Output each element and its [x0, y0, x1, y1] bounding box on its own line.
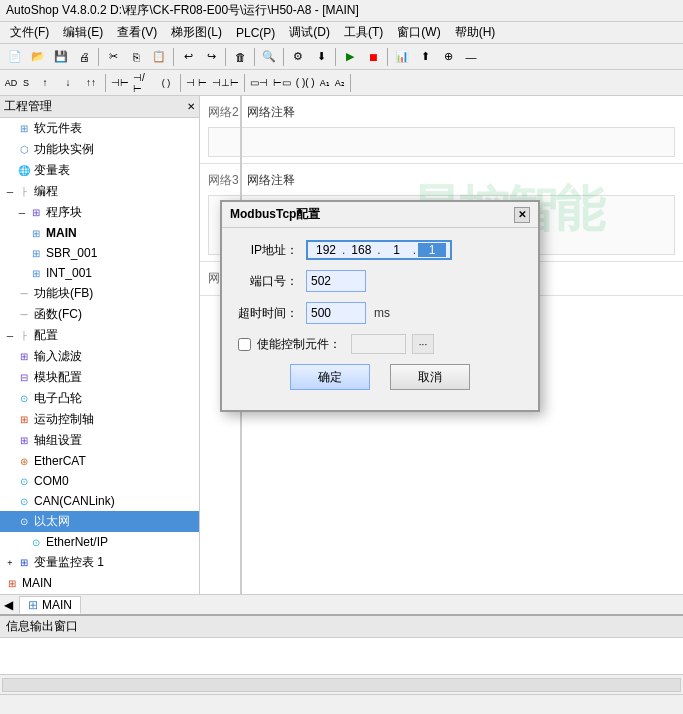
output-content: [0, 638, 683, 674]
sidebar-item-sbr001[interactable]: ⊞ SBR_001: [0, 243, 199, 263]
horizontal-scrollbar[interactable]: [2, 678, 681, 692]
sidebar-close[interactable]: ✕: [187, 101, 195, 112]
sidebar-item-motion-axis[interactable]: ⊞ 运动控制轴: [0, 409, 199, 430]
ip-seg-4[interactable]: [418, 243, 446, 257]
ip-seg-3[interactable]: [383, 243, 411, 257]
toolbar2-rail1[interactable]: ⊣ ⊢: [184, 77, 209, 88]
sidebar-item-fb[interactable]: ─ 功能块(FB): [0, 283, 199, 304]
toolbar2-ar[interactable]: A₂: [333, 78, 347, 88]
sidebar-item-element-usage[interactable]: ⊞ 交叉引用表: [0, 593, 199, 594]
port-row: 端口号：: [238, 270, 522, 292]
title-bar: AutoShop V4.8.0.2 D:\程序\CK-FR08-E00号\运行\…: [0, 0, 683, 22]
enable-checkbox[interactable]: [238, 338, 251, 351]
toolbar-delete[interactable]: 🗑: [229, 46, 251, 68]
sidebar-item-int001[interactable]: ⊞ INT_001: [0, 263, 199, 283]
toolbar2-contact-nc[interactable]: ⊣/⊢: [132, 72, 154, 94]
menu-file[interactable]: 文件(F): [4, 22, 55, 43]
fb-icon: ─: [16, 286, 32, 302]
toolbar-cut[interactable]: ✂: [102, 46, 124, 68]
sidebar-item-com0[interactable]: ⊙ COM0: [0, 471, 199, 491]
ip-seg-2[interactable]: [347, 243, 375, 257]
sidebar-item-programming[interactable]: ─ ├ 编程: [0, 181, 199, 202]
toolbar-undo[interactable]: ↩: [177, 46, 199, 68]
expand-var-monitor[interactable]: +: [4, 557, 16, 569]
toolbar2-box2[interactable]: ⊢▭: [271, 77, 293, 88]
toolbar2-box3[interactable]: ( )( ): [294, 77, 317, 88]
expand-config[interactable]: ─: [4, 330, 16, 342]
toolbar-compile[interactable]: ⚙: [287, 46, 309, 68]
menu-edit[interactable]: 编辑(E): [57, 22, 109, 43]
menu-help[interactable]: 帮助(H): [449, 22, 502, 43]
sidebar-item-main[interactable]: ⊞ MAIN: [0, 223, 199, 243]
menu-window[interactable]: 窗口(W): [391, 22, 446, 43]
toolbar-stop[interactable]: ⏹: [362, 46, 384, 68]
toolbar-print[interactable]: 🖨: [73, 46, 95, 68]
toolbar-upload[interactable]: ⬆: [414, 46, 436, 68]
sidebar-item-config[interactable]: ─ ├ 配置: [0, 325, 199, 346]
port-input[interactable]: [306, 270, 366, 292]
toolbar2-al[interactable]: A₁: [318, 78, 332, 88]
sidebar-item-ethernet-ip[interactable]: ⊙ EtherNet/IP: [0, 532, 199, 552]
ip-seg-1[interactable]: [312, 243, 340, 257]
toolbar2-btn2[interactable]: S: [19, 72, 33, 94]
sep5: [283, 48, 284, 66]
sidebar-item-fb-instances[interactable]: ⬡ 功能块实例: [0, 139, 199, 160]
ip-input-group[interactable]: . . .: [306, 240, 452, 260]
toolbar-monitor[interactable]: 📊: [391, 46, 413, 68]
toolbar-search[interactable]: 🔍: [258, 46, 280, 68]
toolbar2-contact-no[interactable]: ⊣⊢: [109, 72, 131, 94]
sidebar-item-var-monitor[interactable]: + ⊞ 变量监控表 1: [0, 552, 199, 573]
sidebar-item-module-config[interactable]: ⊟ 模块配置: [0, 367, 199, 388]
filter-icon: ⊞: [16, 349, 32, 365]
dialog-close-btn[interactable]: ✕: [514, 207, 530, 223]
sidebar-item-fc[interactable]: ─ 函数(FC): [0, 304, 199, 325]
toolbar2-rail2[interactable]: ⊣⊥⊢: [210, 77, 241, 88]
dialog-ok-btn[interactable]: 确定: [290, 364, 370, 390]
toolbar-new[interactable]: 📄: [4, 46, 26, 68]
enable-input[interactable]: [351, 334, 406, 354]
dialog-cancel-btn[interactable]: 取消: [390, 364, 470, 390]
toolbar-download[interactable]: ⬇: [310, 46, 332, 68]
tab-scroll-left[interactable]: ◀: [4, 598, 13, 612]
menu-view[interactable]: 查看(V): [111, 22, 163, 43]
timeout-input[interactable]: [306, 302, 366, 324]
sidebar-item-var-table[interactable]: 🌐 变量表: [0, 160, 199, 181]
sidebar-item-cross-ref[interactable]: ⊞ MAIN: [0, 573, 199, 593]
toolbar-open[interactable]: 📂: [27, 46, 49, 68]
sidebar-item-ecam[interactable]: ⊙ 电子凸轮: [0, 388, 199, 409]
sidebar-item-can[interactable]: ⊙ CAN(CANLink): [0, 491, 199, 511]
expand-program-blocks[interactable]: ─: [16, 207, 28, 219]
sep7: [387, 48, 388, 66]
toolbar-redo[interactable]: ↪: [200, 46, 222, 68]
sidebar-item-ethercat[interactable]: ⊛ EtherCAT: [0, 451, 199, 471]
tab-main[interactable]: ⊞ MAIN: [19, 596, 81, 614]
network-2-body[interactable]: [208, 127, 675, 157]
sidebar-item-input-filter[interactable]: ⊞ 输入滤波: [0, 346, 199, 367]
menu-plc[interactable]: PLC(P): [230, 24, 281, 42]
toolbar-save[interactable]: 💾: [50, 46, 72, 68]
menu-ladder[interactable]: 梯形图(L): [165, 22, 228, 43]
output-pane: 信息输出窗口: [0, 614, 683, 674]
toolbar2-btn1[interactable]: AD: [4, 72, 18, 94]
toolbar-more2[interactable]: —: [460, 46, 482, 68]
menu-debug[interactable]: 调试(D): [283, 22, 336, 43]
sidebar-item-axis-settings[interactable]: ⊞ 轴组设置: [0, 430, 199, 451]
toolbar-copy[interactable]: ⎘: [125, 46, 147, 68]
sidebar-item-program-blocks[interactable]: ─ ⊞ 程序块: [0, 202, 199, 223]
toolbar2-coil[interactable]: ( ): [155, 72, 177, 94]
toolbar2-btn4[interactable]: ↓: [57, 72, 79, 94]
toolbar2-btn3[interactable]: ↑: [34, 72, 56, 94]
sidebar-item-ethernet[interactable]: ⊙ 以太网: [0, 511, 199, 532]
sidebar-item-components[interactable]: ⊞ 软元件表: [0, 118, 199, 139]
toolbar2-btn5[interactable]: ↑↑: [80, 72, 102, 94]
enable-browse-btn[interactable]: ···: [412, 334, 434, 354]
expand-programming[interactable]: ─: [4, 186, 16, 198]
toolbar-run[interactable]: ▶: [339, 46, 361, 68]
menu-tools[interactable]: 工具(T): [338, 22, 389, 43]
port-label: 端口号：: [238, 273, 298, 290]
toolbar2-box1[interactable]: ▭⊣: [248, 77, 270, 88]
title-text: AutoShop V4.8.0.2 D:\程序\CK-FR08-E00号\运行\…: [6, 2, 359, 19]
network-3-header: 网络3 网络注释: [208, 168, 675, 193]
toolbar-paste[interactable]: 📋: [148, 46, 170, 68]
toolbar-more1[interactable]: ⊕: [437, 46, 459, 68]
